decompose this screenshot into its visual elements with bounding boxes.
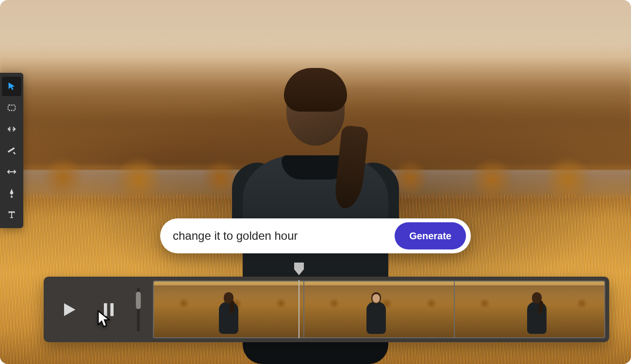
- selection-tool[interactable]: [2, 77, 21, 96]
- cursor-icon: [96, 310, 113, 330]
- track-select-tool[interactable]: [2, 98, 21, 117]
- scrollbar-thumb[interactable]: [136, 292, 141, 309]
- generative-prompt-bar: Generate: [160, 218, 471, 253]
- tool-panel: [0, 73, 23, 228]
- play-icon: [59, 300, 79, 319]
- type-icon: [6, 209, 17, 220]
- play-button[interactable]: [57, 298, 81, 321]
- marquee-icon: [6, 102, 17, 113]
- svg-rect-0: [8, 105, 16, 111]
- razor-tool[interactable]: [2, 141, 21, 160]
- mouse-cursor: [96, 310, 113, 330]
- slip-icon: [6, 166, 17, 177]
- generate-button[interactable]: Generate: [395, 222, 466, 249]
- timeline-scrollbar[interactable]: [137, 288, 140, 331]
- pen-tool[interactable]: [2, 183, 21, 203]
- pen-icon: [6, 188, 17, 199]
- timeline-clip-track[interactable]: [153, 281, 605, 338]
- prompt-input[interactable]: [173, 229, 395, 243]
- pointer-icon: [6, 81, 17, 92]
- playhead-line: [299, 280, 299, 338]
- clip-thumbnail[interactable]: [454, 281, 604, 337]
- slip-tool[interactable]: [2, 162, 21, 182]
- ripple-edit-tool[interactable]: [2, 119, 21, 139]
- clip-thumbnail[interactable]: [154, 281, 303, 337]
- clip-thumbnail[interactable]: [303, 281, 454, 337]
- playhead[interactable]: [294, 262, 304, 277]
- video-preview-canvas: Generate: [0, 0, 631, 364]
- ripple-icon: [6, 124, 17, 134]
- timeline-panel: [44, 277, 609, 342]
- playhead-icon: [294, 262, 304, 277]
- type-tool[interactable]: [2, 205, 21, 224]
- razor-icon: [6, 145, 17, 156]
